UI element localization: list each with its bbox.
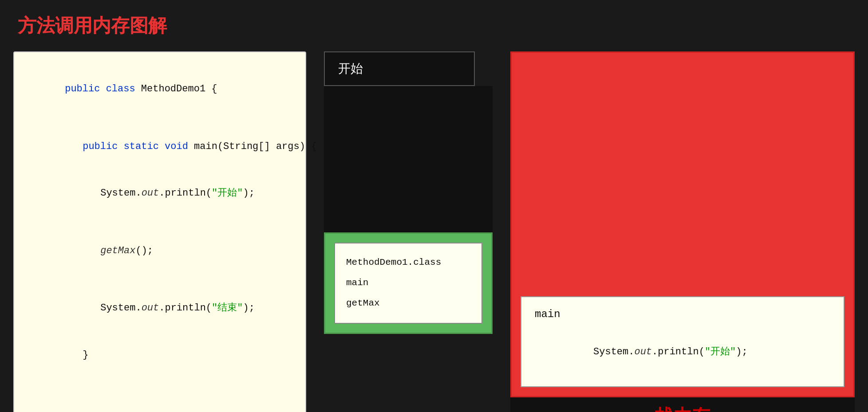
main-frame-out: out [634,346,652,357]
method-class-box: MethodDemo1.class main getMax [334,243,482,324]
page-title: 方法调用内存图解 [0,0,868,47]
middle-column: 开始 MethodDemo1.class main getMax [324,51,493,334]
green-panel: MethodDemo1.class main getMax [324,232,493,334]
stack-outer: main System.out.println("开始"); [510,51,855,397]
main-frame-string: "开始" [705,346,736,357]
main-frame-title: main [535,308,830,320]
code-line-close1: } [30,332,290,379]
black-area [324,86,493,232]
method-getmax: getMax [346,293,470,314]
main-frame-code: System.out.println("开始"); [535,328,830,375]
code-line-getmax-call: getMax(); [30,228,290,275]
code-line-println-kaishi: System.out.println("开始"); [30,170,290,217]
right-column: main System.out.println("开始"); 栈内存 [510,51,855,412]
main-frame: main System.out.println("开始"); [521,296,844,387]
code-panel: public class MethodDemo1 { public static… [13,51,306,412]
main-frame-semicolon: ); [736,346,747,357]
code-line-1: public class MethodDemo1 { [30,66,290,113]
red-top-area [512,53,853,296]
code-line-getmax-sig: public static void getMax() { [30,400,290,412]
class-name: MethodDemo1.class [346,252,470,273]
kaishi-label-box: 开始 [324,51,475,86]
main-frame-system: System. [593,346,634,357]
stack-label: 栈内存 [510,397,855,412]
code-line-println-jieshu: System.out.println("结束"); [30,285,290,332]
method-main: main [346,273,470,293]
main-frame-println: .println( [652,346,705,357]
code-line-main-sig: public static void main(String[] args) { [30,123,290,170]
